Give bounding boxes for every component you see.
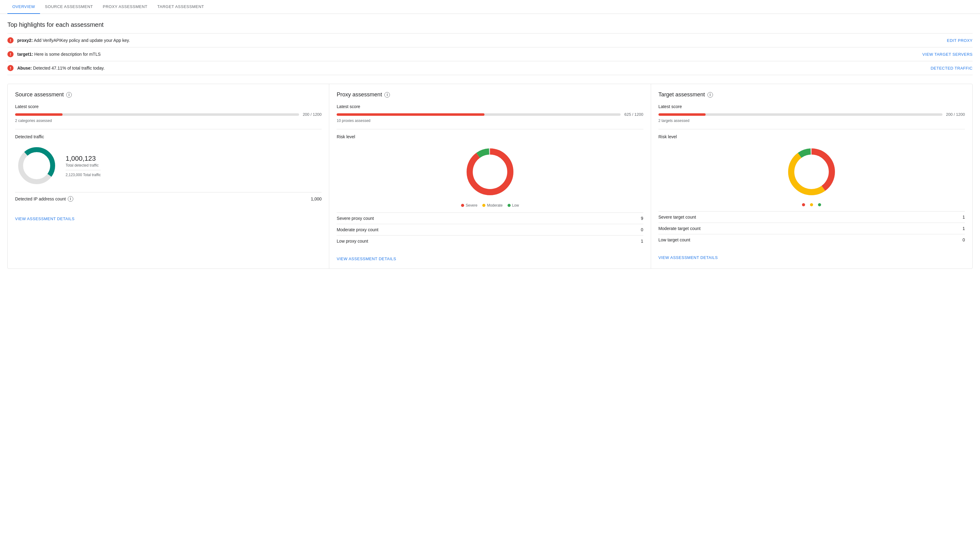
- source-ip-label: Detected IP address count i: [15, 196, 73, 202]
- source-donut-svg: [15, 144, 58, 187]
- proxy-count-value: 1: [641, 238, 643, 243]
- source-score-bar-container: 200 / 1200: [15, 112, 321, 117]
- target-risk-section: [659, 144, 965, 206]
- target-score-bar-track: [659, 113, 942, 116]
- highlight-link-proxy-highlight[interactable]: EDIT PROXY: [947, 38, 973, 43]
- source-divider-1: [15, 129, 321, 129]
- target-targets-text: 2 targets assessed: [659, 119, 965, 123]
- source-latest-score-label: Latest score: [15, 104, 321, 109]
- proxy-count-row: Severe proxy count9: [337, 213, 643, 224]
- target-info-icon[interactable]: i: [708, 92, 713, 98]
- target-count-value: 1: [963, 214, 965, 219]
- target-count-label: Low target count: [659, 237, 690, 242]
- highlights-list: ! proxy2: Add VerifyAPIKey policy and up…: [7, 33, 973, 75]
- highlight-link-target-highlight[interactable]: VIEW TARGET SERVERS: [923, 52, 973, 57]
- highlight-left: ! target1: Here is some description for …: [7, 51, 101, 57]
- proxy-count-label: Severe proxy count: [337, 216, 374, 221]
- tab-overview[interactable]: OVERVIEW: [7, 0, 40, 14]
- proxy-score-bar-fill: [337, 113, 484, 116]
- highlight-row-abuse-highlight: ! Abuse: Detected 47.11% of total traffi…: [7, 61, 973, 75]
- tab-source[interactable]: SOURCE ASSESSMENT: [40, 0, 98, 14]
- proxy-view-details[interactable]: VIEW ASSESSMENT DETAILS: [337, 256, 396, 261]
- target-score-bar-container: 200 / 1200: [659, 112, 965, 117]
- target-card-title: Target assessment i: [659, 91, 965, 98]
- target-divider-1: [659, 129, 965, 129]
- target-donut-wrapper: [784, 144, 839, 200]
- target-count-label: Moderate target count: [659, 226, 701, 231]
- proxy-legend-moderate: Moderate: [482, 203, 503, 208]
- proxy-count-value: 9: [641, 216, 643, 221]
- highlight-row-target-highlight: ! target1: Here is some description for …: [7, 48, 973, 61]
- highlight-text: target1: Here is some description for mT…: [17, 52, 101, 57]
- proxy-proxies-text: 10 proxies assessed: [337, 119, 643, 123]
- target-assessment-card: Target assessment i Latest score 200 / 1…: [651, 84, 972, 268]
- source-assessment-card: Source assessment i Latest score 200 / 1…: [8, 84, 329, 268]
- tab-proxy[interactable]: PROXY ASSESSMENT: [98, 0, 153, 14]
- proxy-moderate-label: Moderate: [487, 203, 503, 208]
- proxy-low-dot: [508, 204, 511, 207]
- proxy-count-value: 0: [641, 227, 643, 232]
- highlights-title: Top highlights for each assessment: [7, 21, 973, 28]
- target-risk-legend: [659, 203, 965, 206]
- target-legend-moderate: [810, 203, 813, 206]
- highlight-left: ! Abuse: Detected 47.11% of total traffi…: [7, 65, 105, 71]
- source-card-title: Source assessment i: [15, 91, 321, 98]
- target-count-value: 0: [963, 237, 965, 242]
- highlight-link-abuse-highlight[interactable]: DETECTED TRAFFIC: [931, 66, 973, 70]
- highlight-text: Abuse: Detected 47.11% of total traffic …: [17, 65, 105, 70]
- source-donut-info: 1,000,123 Total detected traffic 2,123,0…: [65, 154, 101, 177]
- source-ip-info-icon[interactable]: i: [68, 196, 73, 202]
- main-content: Top highlights for each assessment ! pro…: [0, 14, 980, 276]
- assessment-cards: Source assessment i Latest score 200 / 1…: [7, 84, 973, 269]
- proxy-risk-counts: Severe proxy count9Moderate proxy count0…: [337, 213, 643, 247]
- proxy-count-label: Low proxy count: [337, 238, 368, 243]
- source-ip-count-row: Detected IP address count i 1,000: [15, 192, 321, 205]
- source-score-text: 200 / 1200: [303, 112, 321, 117]
- proxy-legend-severe: Severe: [461, 203, 477, 208]
- proxy-assessment-card: Proxy assessment i Latest score 625 / 12…: [329, 84, 651, 268]
- highlight-text: proxy2: Add VerifyAPIKey policy and upda…: [17, 38, 130, 43]
- source-title-text: Source assessment: [15, 91, 64, 98]
- source-donut-divider: [65, 170, 101, 170]
- target-risk-label: Risk level: [659, 134, 965, 139]
- source-donut-wrapper: [15, 144, 58, 187]
- source-view-details[interactable]: VIEW ASSESSMENT DETAILS: [15, 216, 75, 221]
- source-donut-section: 1,000,123 Total detected traffic 2,123,0…: [15, 144, 321, 187]
- target-view-details[interactable]: VIEW ASSESSMENT DETAILS: [659, 255, 718, 260]
- proxy-risk-label: Risk level: [337, 134, 643, 139]
- target-score-bar-fill: [659, 113, 706, 116]
- proxy-risk-legend: Severe Moderate Low: [337, 203, 643, 208]
- proxy-score-bar-track: [337, 113, 620, 116]
- error-icon: !: [7, 37, 14, 43]
- target-risk-counts: Severe target count1Moderate target coun…: [659, 211, 965, 245]
- target-count-value: 1: [963, 226, 965, 231]
- target-donut-svg: [784, 144, 839, 200]
- target-moderate-dot: [810, 203, 813, 206]
- proxy-title-text: Proxy assessment: [337, 91, 382, 98]
- proxy-score-text: 625 / 1200: [624, 112, 643, 117]
- tab-target[interactable]: TARGET ASSESSMENT: [153, 0, 209, 14]
- source-categories-text: 2 categories assessed: [15, 119, 321, 123]
- proxy-info-icon[interactable]: i: [384, 92, 390, 98]
- target-low-dot: [818, 203, 821, 206]
- highlight-left: ! proxy2: Add VerifyAPIKey policy and up…: [7, 37, 130, 43]
- highlights-section: Top highlights for each assessment ! pro…: [7, 21, 973, 75]
- source-score-bar-track: [15, 113, 299, 116]
- target-legend-low: [818, 203, 821, 206]
- proxy-severe-dot: [461, 204, 464, 207]
- proxy-count-row: Low proxy count1: [337, 235, 643, 247]
- proxy-card-title: Proxy assessment i: [337, 91, 643, 98]
- source-detected-count: 1,000,123: [65, 154, 101, 162]
- source-detected-traffic-label: Detected traffic: [15, 134, 321, 139]
- source-score-bar-fill: [15, 113, 62, 116]
- proxy-latest-score-label: Latest score: [337, 104, 643, 109]
- target-count-row: Moderate target count1: [659, 223, 965, 234]
- proxy-moderate-dot: [482, 204, 485, 207]
- proxy-risk-section: Severe Moderate Low: [337, 144, 643, 208]
- source-ip-label-text: Detected IP address count: [15, 197, 66, 202]
- target-legend-severe: [802, 203, 805, 206]
- proxy-score-bar-container: 625 / 1200: [337, 112, 643, 117]
- source-info-icon[interactable]: i: [66, 92, 72, 98]
- proxy-count-label: Moderate proxy count: [337, 227, 378, 232]
- proxy-low-label: Low: [512, 203, 519, 208]
